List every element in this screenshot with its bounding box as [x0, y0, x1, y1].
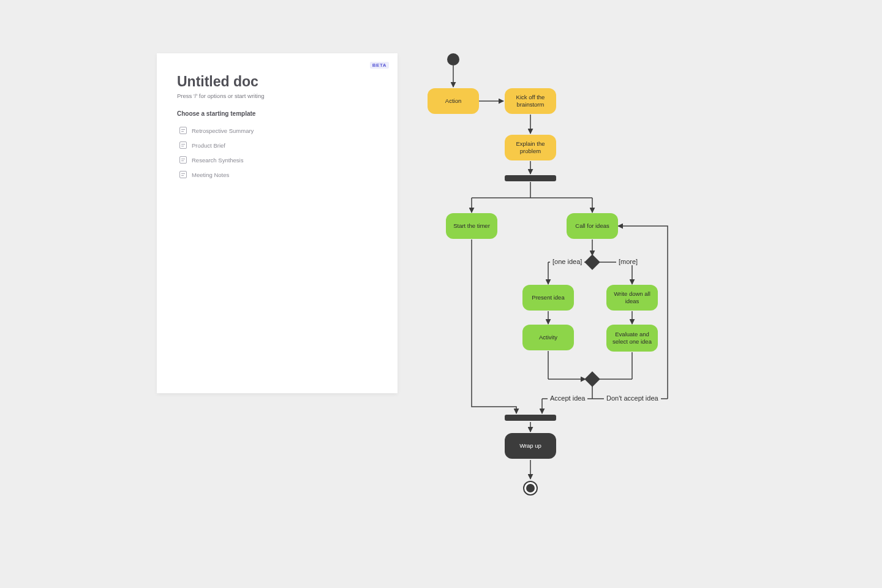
flowchart[interactable]: Action Kick off the brainstorm Explain t…: [417, 46, 686, 499]
template-research-synthesis[interactable]: Research Synthesis: [177, 153, 377, 167]
template-label: Meeting Notes: [192, 172, 229, 178]
flow-node-call-ideas[interactable]: Call for ideas: [567, 213, 618, 239]
flow-start-node[interactable]: [447, 53, 459, 66]
flow-edge-dont-accept: Don't accept idea: [604, 394, 661, 402]
flow-join-bar[interactable]: [505, 415, 556, 421]
flow-node-wrapup[interactable]: Wrap up: [505, 433, 556, 459]
flow-node-action[interactable]: Action: [428, 88, 479, 114]
doc-subtitle: Press '/' for options or start writing: [177, 92, 377, 99]
note-icon: [179, 141, 187, 149]
flow-end-node[interactable]: [523, 481, 538, 496]
template-label: Retrospective Summary: [192, 127, 254, 134]
template-retrospective-summary[interactable]: Retrospective Summary: [177, 123, 377, 138]
template-section-label: Choose a starting template: [177, 110, 377, 117]
flow-edge-one-idea: [one idea]: [550, 258, 584, 265]
flow-node-present-idea[interactable]: Present idea: [522, 285, 574, 311]
flow-edge-accept: Accept idea: [548, 394, 587, 402]
flow-fork-bar[interactable]: [505, 175, 556, 181]
beta-badge: BETA: [370, 62, 389, 69]
flow-node-evaluate[interactable]: Evaluate and select one idea: [606, 325, 658, 352]
flow-node-kickoff[interactable]: Kick off the brainstorm: [505, 88, 556, 114]
note-icon: [179, 127, 187, 134]
note-icon: [179, 156, 187, 164]
template-meeting-notes[interactable]: Meeting Notes: [177, 167, 377, 182]
note-icon: [179, 171, 187, 178]
doc-card: BETA Untitled doc Press '/' for options …: [157, 53, 398, 393]
template-label: Product Brief: [192, 142, 225, 149]
template-label: Research Synthesis: [192, 157, 243, 164]
template-product-brief[interactable]: Product Brief: [177, 138, 377, 153]
flow-edges: [417, 46, 686, 499]
flow-node-writedown[interactable]: Write down all ideas: [606, 285, 658, 311]
flow-node-activity[interactable]: Activity: [522, 325, 574, 350]
flow-node-start-timer[interactable]: Start the timer: [446, 213, 497, 239]
flow-node-explain[interactable]: Explain the problem: [505, 135, 556, 160]
doc-title[interactable]: Untitled doc: [177, 74, 377, 90]
flow-edge-more: [more]: [616, 258, 640, 265]
